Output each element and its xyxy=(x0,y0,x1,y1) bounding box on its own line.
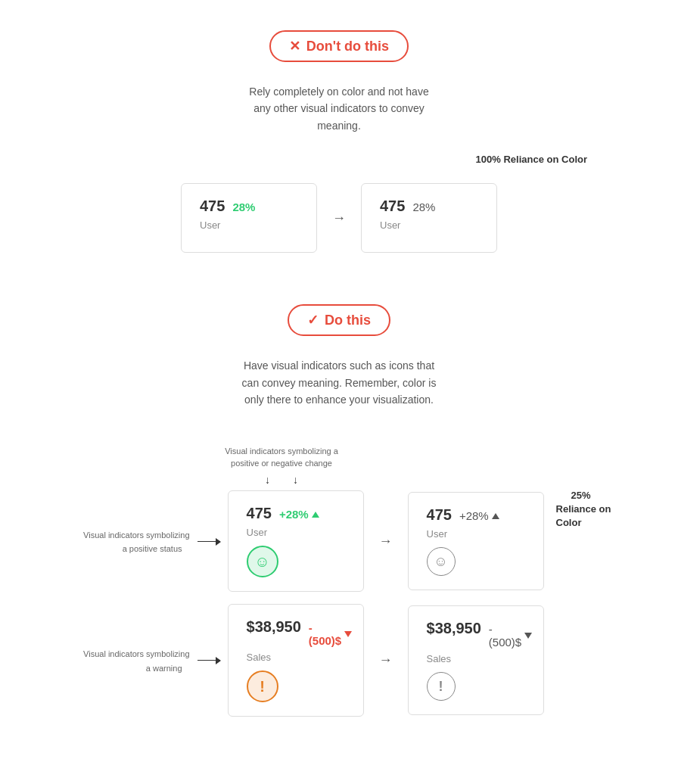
triangle-up-gray xyxy=(492,513,499,519)
comparison-arrow-3: → xyxy=(379,652,393,668)
dont-card-left-number: 475 xyxy=(200,198,225,215)
do-card1-left-number: 475 xyxy=(247,505,272,522)
dont-description: Rely completely on color and not have an… xyxy=(241,83,437,134)
do-card2-left-number: $38,950 xyxy=(247,618,301,636)
down-arrows: ↓ ↓ xyxy=(265,474,298,486)
comparison-arrow-2: → xyxy=(379,534,393,549)
do-card1-left-label: User xyxy=(247,527,345,538)
dont-card-left: 475 28% User xyxy=(181,183,317,253)
do-card1-right-number: 475 xyxy=(427,506,452,524)
do-comparison-row-1: 475 +28% User ☺ → xyxy=(228,490,544,592)
do-reliance-label: 25% Reliance on Color xyxy=(556,490,611,528)
dont-reliance-label: 100% Reliance on Color xyxy=(476,154,587,165)
do-card1-left: 475 +28% User ☺ xyxy=(228,490,364,592)
do-card1-right-label: User xyxy=(427,528,525,540)
do-card2-left-label: Sales xyxy=(247,652,345,663)
warning-orange-icon: ! xyxy=(247,670,278,702)
do-card2-left-pct: -(500)$ xyxy=(309,621,352,647)
triangle-down-red xyxy=(344,631,352,637)
do-badge-label: Do this xyxy=(325,313,371,328)
do-card2-left: $38,950 -(500)$ Sales ! xyxy=(228,604,364,717)
smiley-outline-icon: ☺ xyxy=(427,547,456,576)
do-card1-left-pct: +28% xyxy=(279,508,319,521)
dont-card-right-number: 475 xyxy=(380,198,405,215)
do-card2-right-pct: -(500)$ xyxy=(489,623,532,649)
annotation-positive: Visual indicators symbolizing a positive… xyxy=(83,530,189,553)
warning-outline-icon: ! xyxy=(427,672,456,701)
dont-card-right: 475 28% User xyxy=(361,183,497,253)
dont-badge: ✕ Don't do this xyxy=(269,30,409,62)
do-badge: ✓ Do this xyxy=(288,304,390,336)
dont-badge-label: Don't do this xyxy=(306,39,389,54)
do-comparison-row-2: $38,950 -(500)$ Sales ! → xyxy=(228,604,544,717)
annotation-warning: Visual indicators symbolizing a warning xyxy=(83,649,189,672)
top-annotation-text: Visual indicators symbolizing a positive… xyxy=(213,446,350,469)
comparison-arrow-1: → xyxy=(332,210,346,226)
dont-card-left-pct: 28% xyxy=(232,201,255,213)
do-card2-right-label: Sales xyxy=(427,653,525,664)
do-card1-right: 475 +28% User ☺ xyxy=(408,492,544,590)
dont-card-left-label: User xyxy=(200,219,298,231)
smiley-green-icon: ☺ xyxy=(247,546,278,577)
do-card1-right-pct: +28% xyxy=(459,509,499,522)
do-card2-right-number: $38,950 xyxy=(427,620,481,637)
dont-card-right-pct: 28% xyxy=(412,201,435,213)
dont-comparison-row: 475 28% User → 475 28% User xyxy=(181,183,497,253)
do-description: Have visual indicators such as icons tha… xyxy=(241,357,437,408)
do-card2-right: $38,950 -(500)$ Sales ! xyxy=(408,605,544,715)
dont-card-right-label: User xyxy=(380,219,478,231)
dont-badge-icon: ✕ xyxy=(289,38,300,54)
triangle-up-green xyxy=(312,512,319,518)
do-badge-icon: ✓ xyxy=(307,312,319,328)
triangle-down-gray xyxy=(524,633,532,639)
